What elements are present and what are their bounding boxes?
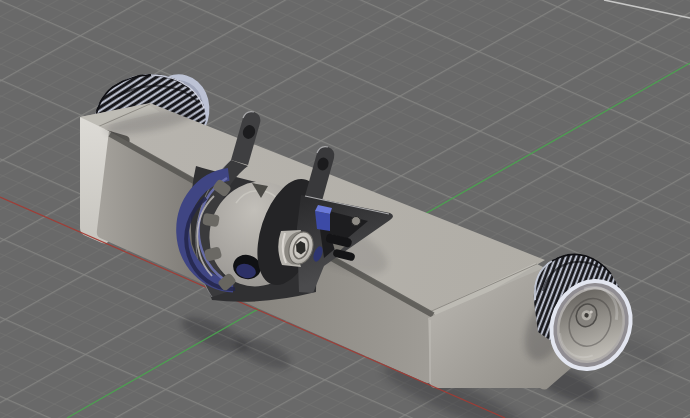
plate-through-hole (352, 217, 361, 226)
viewport-canvas[interactable] (0, 0, 690, 418)
motor-body (315, 211, 330, 231)
cad-viewport[interactable] (0, 0, 690, 418)
